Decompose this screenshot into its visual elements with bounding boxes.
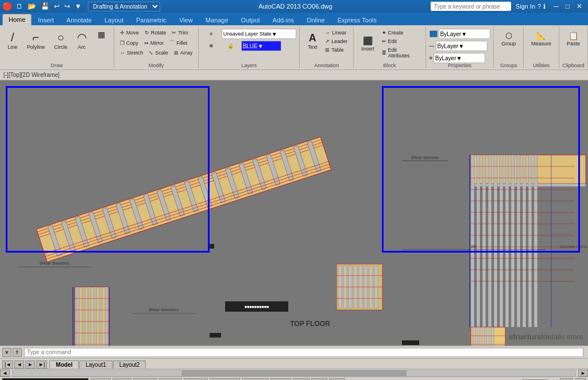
table-button[interactable]: ⊞ Table: [323, 46, 350, 54]
linetype-dropdown[interactable]: ByLayer▼: [436, 41, 488, 51]
create-button[interactable]: ✦ Create: [380, 29, 422, 37]
layer-state-label: Unsaved Layer State: [223, 31, 272, 37]
polar-button[interactable]: POLAR: [159, 378, 183, 381]
help-button[interactable]: ?: [537, 3, 541, 10]
lwt-button[interactable]: LWT: [311, 378, 327, 381]
save-button[interactable]: 💾: [39, 2, 51, 11]
command-input[interactable]: [24, 348, 583, 357]
trim-icon: ✂: [172, 30, 176, 36]
text-button[interactable]: A Text: [303, 29, 322, 54]
insert-button[interactable]: ⬛ Insert: [357, 29, 378, 60]
edit-button[interactable]: ✏ Edit: [380, 37, 422, 45]
fillet-button[interactable]: ⌒ Fillet: [167, 38, 189, 48]
color-property-dropdown[interactable]: ByLayer▼: [439, 29, 490, 39]
draw-more-icon: ▦: [98, 30, 105, 38]
ribbon-group-block: ⬛ Insert ✦ Create ✏ Edit ≣ Edit Attribut…: [354, 26, 426, 68]
arc-button[interactable]: ◠ Arc: [72, 29, 91, 53]
3dosnap-button[interactable]: 3DOSNAP: [210, 378, 240, 381]
insert-icon: ⬛: [363, 37, 373, 45]
otrack-button[interactable]: OTRACK: [242, 378, 269, 381]
layer-lock-button[interactable]: 🔒: [222, 41, 240, 51]
tab-online[interactable]: Online: [300, 14, 331, 25]
rotate-button[interactable]: ↻ Rotate: [142, 29, 169, 37]
copy-button[interactable]: ❐ Copy: [118, 38, 141, 48]
tab-nav-next[interactable]: ►: [25, 360, 35, 369]
command-nav-button[interactable]: ⇑: [13, 348, 22, 357]
ribbon-group-clipboard: 📋 Paste Clipboard: [559, 26, 588, 68]
ribbon-selector[interactable]: Drafting & Annotation: [88, 2, 160, 11]
grid-button[interactable]: GRID: [113, 378, 131, 381]
scale-button[interactable]: ⤡ Scale: [146, 49, 171, 57]
trim-button[interactable]: ✂ Trim: [169, 29, 191, 37]
paste-button[interactable]: 📋 Paste: [563, 29, 584, 49]
svg-rect-75: [473, 327, 475, 346]
move-button[interactable]: ✛ Move: [118, 29, 141, 37]
restore-button[interactable]: □: [562, 0, 573, 13]
snap-button[interactable]: SNAP: [91, 378, 111, 381]
tab-nav-last[interactable]: ►|: [36, 360, 47, 369]
layer-state-dropdown[interactable]: Unsaved Layer State ▼: [222, 29, 296, 39]
tab-home[interactable]: Home: [2, 14, 32, 25]
circle-button[interactable]: ○ Circle: [50, 29, 71, 53]
scrollbar-thumb[interactable]: [181, 370, 407, 376]
measure-button[interactable]: 📐 Measure: [527, 29, 555, 49]
array-icon: ⊞: [174, 50, 179, 56]
tab-layout[interactable]: Layout: [98, 14, 130, 25]
tab-express-tools[interactable]: Express Tools: [331, 14, 383, 25]
polyline-icon: ⌐: [33, 32, 40, 43]
open-button[interactable]: 📂: [26, 2, 38, 11]
redo-button[interactable]: ↪: [63, 2, 72, 11]
tab-layout2[interactable]: Layout2: [113, 360, 146, 369]
array-button[interactable]: ⊞ Array: [172, 49, 195, 57]
line-button[interactable]: / Line: [3, 29, 22, 53]
tab-parametric[interactable]: Parametric: [130, 14, 173, 25]
annotation-scale-button[interactable]: 1:1: [560, 378, 573, 381]
sign-in-button[interactable]: Sign In: [516, 3, 535, 10]
linear-button[interactable]: ↔ Linear: [323, 29, 350, 37]
tab-model[interactable]: Model: [49, 360, 79, 369]
tab-view[interactable]: View: [173, 14, 199, 25]
horizontal-scrollbar[interactable]: ◄ ►: [0, 369, 588, 377]
info-button[interactable]: ℹ: [543, 3, 546, 10]
tab-insert[interactable]: Insert: [32, 14, 60, 25]
scroll-left-button[interactable]: ◄: [0, 370, 10, 377]
new-button[interactable]: 🗋: [14, 2, 25, 11]
tab-nav-first[interactable]: |◄: [2, 360, 13, 369]
canvas-area[interactable]: ■■■■■■■■■■ 2H Ø5bar diameter TOP FLOOR Ø…: [0, 80, 588, 346]
scrollbar-track[interactable]: [12, 370, 576, 377]
tab-output[interactable]: Output: [235, 14, 266, 25]
mirror-icon: ⇔: [144, 40, 149, 46]
freeze-icon: ❄: [209, 43, 214, 49]
layer-properties-button[interactable]: ≡: [202, 29, 220, 38]
leader-icon: ↗: [325, 38, 330, 44]
stretch-button[interactable]: ↔ Stretch: [118, 49, 146, 57]
scroll-right-button[interactable]: ►: [578, 370, 588, 377]
tab-nav-prev[interactable]: ◄: [14, 360, 24, 369]
workspace-button[interactable]: ⚙: [575, 378, 586, 381]
tpy-button[interactable]: TPY: [329, 378, 345, 381]
lineweight-dropdown[interactable]: ByLayer▼: [434, 53, 485, 63]
dyn-button[interactable]: DYN: [293, 378, 310, 381]
search-input[interactable]: [431, 2, 511, 11]
paste-icon: 📋: [568, 32, 578, 40]
draw-more-button[interactable]: ▦: [92, 29, 110, 40]
undo-button[interactable]: ↩: [52, 2, 61, 11]
osnap-button[interactable]: OSNAP: [184, 378, 208, 381]
tab-annotate[interactable]: Annotate: [60, 14, 98, 25]
tab-addins[interactable]: Add-ins: [266, 14, 300, 25]
tab-layout1[interactable]: Layout1: [79, 360, 113, 369]
close-button[interactable]: ✕: [573, 0, 586, 13]
qa-dropdown[interactable]: ▼: [73, 2, 83, 11]
layer-color-dropdown[interactable]: BLUE ▼: [241, 41, 281, 51]
edit-attr-button[interactable]: ≣ Edit Attributes: [380, 46, 422, 60]
leader-button[interactable]: ↗ Leader: [323, 37, 350, 45]
tab-manage[interactable]: Manage: [199, 14, 235, 25]
group-button[interactable]: ⬡ Group: [497, 29, 520, 49]
ortho-button[interactable]: ORTHO: [133, 378, 157, 381]
command-close-button[interactable]: ✕: [2, 348, 11, 357]
ducs-button[interactable]: DUCS: [270, 378, 291, 381]
minimize-button[interactable]: ─: [550, 0, 562, 13]
mirror-button[interactable]: ⇔ Mirror: [142, 38, 167, 48]
layer-freeze-button[interactable]: ❄: [202, 41, 220, 51]
polyline-button[interactable]: ⌐ Polyline: [23, 29, 49, 53]
